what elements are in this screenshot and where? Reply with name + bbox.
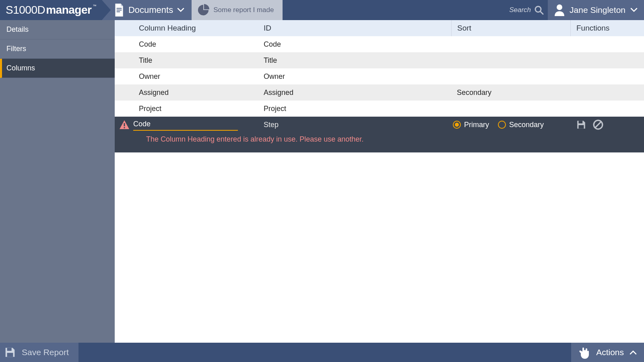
sidebar-item-label: Columns [6, 64, 35, 72]
save-report-button[interactable]: Save Report [0, 343, 78, 362]
table-row[interactable]: Project Project [115, 101, 644, 117]
sidebar: Details Filters Columns [0, 20, 115, 343]
table-header-row: Column Heading ID Sort Functions [115, 20, 644, 36]
sort-secondary-label: Secondary [509, 121, 544, 129]
table-edit-row: Step Primary Secondary [115, 117, 644, 152]
app-logo: S1000Dmanager™ [0, 0, 102, 20]
cell-heading: Project [133, 105, 258, 113]
cell-id: Owner [258, 72, 451, 81]
svg-rect-6 [124, 123, 125, 126]
cell-id: Assigned [258, 88, 451, 97]
document-icon [114, 4, 124, 16]
actions-menu[interactable]: Actions [571, 343, 644, 362]
chevron-down-icon [630, 8, 638, 12]
table-row[interactable]: Assigned Assigned Secondary [115, 84, 644, 101]
cell-heading: Assigned [133, 88, 258, 97]
warning-icon [115, 120, 133, 129]
svg-rect-9 [579, 125, 584, 129]
cancel-row-icon[interactable] [593, 119, 603, 130]
sidebar-item-filters[interactable]: Filters [0, 39, 115, 59]
cell-heading: Code [133, 40, 258, 49]
logo-tm: ™ [93, 4, 96, 8]
table-header-id: ID [258, 24, 451, 33]
logo-chevron-divider [102, 0, 111, 20]
svg-rect-2 [117, 11, 120, 12]
svg-point-5 [557, 4, 562, 10]
svg-rect-12 [7, 348, 12, 351]
search-label: Search [509, 6, 531, 14]
sidebar-item-label: Filters [6, 45, 26, 53]
svg-line-4 [540, 11, 543, 14]
chevron-down-icon [177, 8, 184, 12]
column-heading-input[interactable] [133, 119, 238, 131]
user-icon [554, 4, 565, 16]
table-row[interactable]: Owner Owner [115, 68, 644, 84]
svg-rect-0 [117, 8, 122, 9]
table-header-sort: Sort [451, 20, 570, 36]
logo-text-bold: manager [46, 4, 91, 16]
nav-report-tab[interactable]: Some report I made [192, 0, 283, 20]
sidebar-item-details[interactable]: Details [0, 20, 115, 39]
user-menu[interactable]: Jane Singleton [548, 0, 644, 20]
user-name-label: Jane Singleton [570, 5, 625, 15]
table-row[interactable]: Code Code [115, 36, 644, 52]
edit-row-error-message: The Column Heading entered is already in… [146, 135, 644, 144]
logo-text-light: S1000D [6, 4, 45, 16]
cell-id: Title [258, 56, 451, 65]
cell-id: Project [258, 105, 451, 113]
edit-row-id: Step [258, 121, 451, 129]
table-header-functions: Functions [570, 20, 644, 36]
save-icon [4, 346, 16, 358]
search-icon [534, 5, 544, 15]
sort-secondary-radio[interactable]: Secondary [498, 121, 544, 129]
svg-rect-1 [117, 10, 122, 10]
sidebar-item-columns[interactable]: Columns [0, 59, 115, 78]
cell-sort: Secondary [451, 88, 570, 97]
chevron-up-icon [630, 350, 637, 355]
svg-line-11 [595, 121, 601, 128]
actions-label: Actions [596, 348, 624, 357]
svg-rect-7 [124, 127, 125, 128]
svg-rect-13 [7, 353, 13, 357]
sidebar-item-label: Details [6, 25, 29, 34]
save-row-icon[interactable] [576, 119, 586, 130]
sort-primary-label: Primary [464, 121, 489, 129]
table-header-heading: Column Heading [133, 24, 258, 33]
cell-heading: Title [133, 56, 258, 65]
search-trigger[interactable]: Search [509, 0, 548, 20]
hand-icon [578, 346, 591, 359]
nav-documents-dropdown[interactable]: Documents [102, 0, 192, 20]
svg-rect-8 [579, 121, 583, 123]
nav-documents-label: Documents [128, 5, 173, 15]
sort-primary-radio[interactable]: Primary [453, 121, 489, 129]
table-row[interactable]: Title Title [115, 52, 644, 68]
nav-report-label: Some report I made [213, 6, 274, 14]
save-report-label: Save Report [22, 348, 69, 357]
pie-chart-icon [197, 4, 209, 16]
cell-heading: Owner [133, 72, 258, 81]
cell-id: Code [258, 40, 451, 49]
